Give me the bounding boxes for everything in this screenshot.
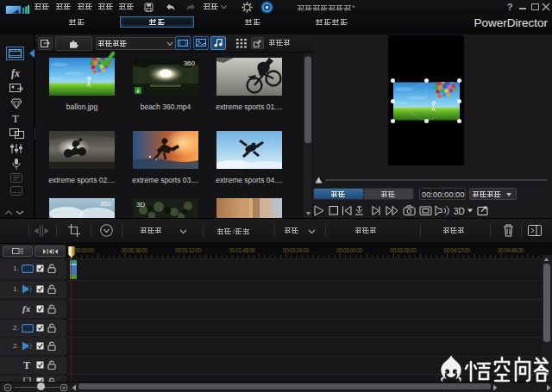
svg-text:360: 360 xyxy=(100,200,112,208)
svg-text:3D: 3D xyxy=(454,207,465,216)
svg-text:3D: 3D xyxy=(136,201,145,208)
svg-text:360: 360 xyxy=(184,59,196,67)
